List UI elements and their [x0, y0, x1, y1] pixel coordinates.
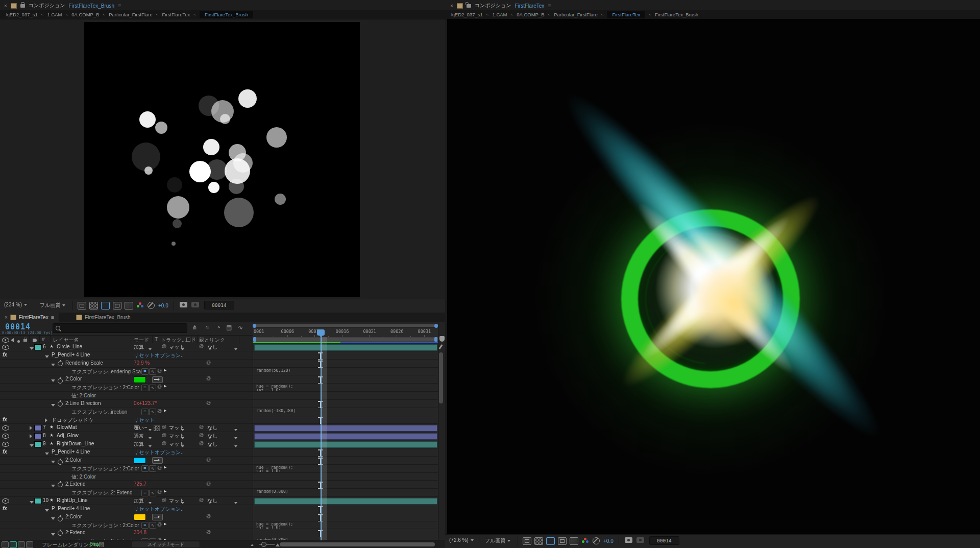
mode-caret-icon[interactable]	[149, 499, 152, 505]
layer-color-swatch[interactable]	[34, 433, 42, 439]
row-track[interactable]: random(0,800)	[253, 489, 438, 496]
panel-menu-icon[interactable]: ≡	[548, 3, 551, 9]
shift-channels-icon[interactable]	[152, 457, 163, 464]
guides-icon[interactable]	[125, 302, 133, 309]
twirl-right-icon[interactable]	[30, 425, 32, 431]
mode-dropdown[interactable]: 加算	[134, 441, 144, 448]
parent-dropdown[interactable]: なし	[207, 424, 217, 432]
expression-text[interactable]: hue = random(); sat = 1.0;	[256, 466, 293, 472]
expression-label[interactable]: エクスプレッション : 2:Color	[71, 384, 139, 391]
expression-graph-button[interactable]: ∿	[149, 465, 156, 472]
parent-dropdown[interactable]: なし	[207, 433, 217, 440]
comp-marker-icon[interactable]	[439, 336, 445, 342]
twirl-down-icon[interactable]	[45, 353, 49, 359]
expression-graph-button[interactable]: ∿	[149, 522, 156, 529]
layer-duration-bar[interactable]	[254, 425, 437, 432]
mode-column-label[interactable]: モード	[134, 337, 149, 344]
breadcrumb-item[interactable]: kjED2_037_s1	[451, 12, 483, 17]
stopwatch-icon[interactable]	[58, 401, 63, 407]
row-track[interactable]	[253, 497, 438, 505]
row-track[interactable]	[253, 448, 438, 456]
layer-duration-bar[interactable]	[254, 344, 437, 351]
row-track[interactable]	[253, 529, 438, 537]
row-track[interactable]	[253, 440, 438, 448]
transfer-controls-icon[interactable]	[18, 541, 25, 548]
row-track[interactable]	[253, 481, 438, 488]
layer-name-column-label[interactable]: レイヤー名	[53, 337, 79, 344]
current-frame-field[interactable]: 00014	[204, 301, 234, 309]
row-track[interactable]	[253, 400, 438, 408]
motion-blur-icon[interactable]: ◔	[214, 324, 223, 331]
expression-pickwhip-icon[interactable]: @	[157, 522, 162, 527]
breadcrumb-item[interactable]: Particular_FirstFlare	[554, 12, 598, 17]
row-track[interactable]: random(50,120)	[253, 368, 438, 375]
twirl-down-icon[interactable]	[51, 362, 55, 367]
exposure-value[interactable]: +0.0	[603, 538, 614, 544]
lock-column-icon[interactable]	[23, 339, 27, 342]
exposure-value[interactable]: +0.0	[158, 303, 168, 308]
stopwatch-icon[interactable]	[58, 531, 63, 536]
breadcrumb-item[interactable]: 0A.COMP_B	[71, 12, 99, 17]
twirl-down-icon[interactable]	[51, 483, 55, 488]
parent-dropdown[interactable]: なし	[207, 441, 217, 448]
draft-3d-icon[interactable]: ▤	[225, 324, 233, 331]
composition-flowchart-icon[interactable]: ⋔	[191, 324, 199, 331]
stopwatch-icon[interactable]	[58, 460, 63, 465]
channel-colors-icon[interactable]	[137, 302, 144, 308]
effect-name[interactable]: P_Pencil+ 4 Line	[52, 352, 90, 358]
mode-caret-icon[interactable]	[149, 443, 152, 448]
mode-dropdown[interactable]: 加算	[134, 344, 144, 351]
tab-firstflaretex[interactable]: × FirstFlareTex ≡	[0, 313, 59, 322]
expression-graph-button[interactable]: ∿	[149, 385, 156, 391]
row-track[interactable]	[253, 343, 438, 351]
timeline-row[interactable]: fxP_Pencil+ 4 Lineリセットオプション..	[0, 351, 438, 360]
layer-color-swatch[interactable]	[34, 441, 42, 447]
timeline-row[interactable]: エクスプレッション : 2:Color=∿@▶hue = random(); s…	[0, 384, 438, 392]
timeline-row[interactable]: 値: 2:Color	[0, 392, 438, 400]
breadcrumb-item[interactable]: FirstFlareTex	[162, 12, 190, 17]
comp-name[interactable]: FirstFlareTex	[514, 3, 544, 9]
eye-toggle[interactable]	[2, 345, 9, 351]
parent-pickwhip-icon[interactable]: @	[199, 497, 204, 503]
twirl-down-icon[interactable]	[30, 499, 34, 505]
breadcrumb-item[interactable]: 1.CAM	[492, 12, 507, 17]
mode-dropdown[interactable]: 加算	[134, 497, 144, 505]
row-track[interactable]: hue = random(); sat = 1.0;	[253, 384, 438, 391]
time-ruler[interactable]: 0001000060001100016000210002600031000	[253, 328, 438, 338]
playhead-grip[interactable]	[317, 329, 325, 336]
twirl-down-icon[interactable]	[45, 507, 49, 513]
work-area-start-handle[interactable]	[253, 337, 256, 342]
mode-dropdown[interactable]: 覆い~	[134, 424, 147, 432]
color-swatch[interactable]	[134, 376, 146, 383]
eye-toggle[interactable]	[2, 434, 9, 440]
trkmat-pickwhip-icon[interactable]: @	[162, 441, 166, 446]
property-name[interactable]: 2:Color	[65, 457, 82, 463]
expression-enable-button[interactable]: =	[141, 409, 149, 415]
search-input[interactable]	[64, 324, 179, 332]
color-swatch[interactable]	[134, 514, 146, 520]
expression-graph-button[interactable]: ∿	[149, 368, 156, 375]
expression-label[interactable]: エクスプレッシ..irection	[71, 409, 127, 416]
expression-language-button[interactable]: ▶	[164, 489, 166, 493]
row-track[interactable]	[253, 360, 438, 367]
breadcrumb-item[interactable]: FirstFlareTex_Brush	[200, 11, 253, 18]
in-out-columns-icon[interactable]	[26, 541, 33, 548]
timeline-row[interactable]: 7★GlowMat覆い~@マット@なし	[0, 424, 438, 432]
video-column-icon[interactable]	[2, 338, 9, 343]
property-pickwhip-icon[interactable]: @	[206, 457, 211, 462]
property-pickwhip-icon[interactable]: @	[206, 400, 211, 406]
stopwatch-icon[interactable]	[58, 516, 63, 521]
row-track[interactable]	[253, 513, 438, 521]
trkmat-caret-icon[interactable]	[181, 435, 184, 440]
choose-grid-icon[interactable]	[78, 302, 86, 309]
property-value[interactable]: 725.7	[134, 481, 146, 487]
property-name[interactable]: Rendering Scale	[65, 360, 103, 366]
lock-icon[interactable]	[20, 4, 25, 8]
timeline-row[interactable]: fxP_Pencil+ 4 Lineリセットオプション..	[0, 505, 438, 513]
breadcrumb-item[interactable]: kjED2_037_s1	[6, 12, 38, 17]
tab-firstflaretex-brush[interactable]: FirstFlareTex_Brush	[71, 313, 135, 322]
parent-pickwhip-icon[interactable]: @	[199, 433, 204, 438]
parent-caret-icon[interactable]	[234, 346, 237, 351]
property-pickwhip-icon[interactable]: @	[206, 360, 211, 365]
expression-enable-button[interactable]: =	[141, 385, 149, 391]
